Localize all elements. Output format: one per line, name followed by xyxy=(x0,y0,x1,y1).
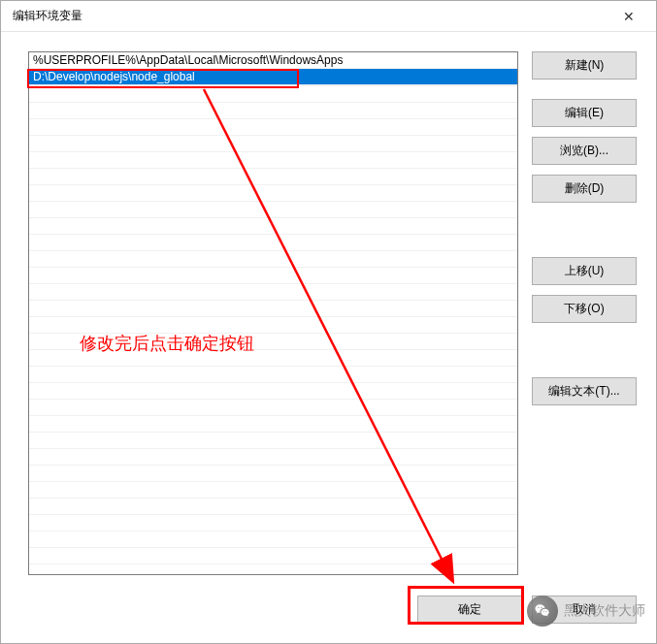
path-listbox[interactable]: %USERPROFILE%\AppData\Local\Microsoft\Wi… xyxy=(28,51,518,575)
ok-button[interactable]: 确定 xyxy=(417,596,522,624)
edit-text-button[interactable]: 编辑文本(T)... xyxy=(532,377,637,405)
list-item[interactable]: D:\Develop\nodejs\node_global xyxy=(29,69,517,85)
close-icon[interactable]: ✕ xyxy=(609,3,648,30)
list-item[interactable]: %USERPROFILE%\AppData\Local\Microsoft\Wi… xyxy=(29,52,517,69)
delete-button[interactable]: 删除(D) xyxy=(532,175,637,203)
edit-button[interactable]: 编辑(E) xyxy=(532,99,637,127)
browse-button[interactable]: 浏览(B)... xyxy=(532,137,637,165)
side-button-column: 新建(N) 编辑(E) 浏览(B)... 删除(D) 上移(U) 下移(O) 编… xyxy=(532,51,637,585)
move-up-button[interactable]: 上移(U) xyxy=(532,257,637,285)
env-var-dialog: 编辑环境变量 ✕ %USERPROFILE%\AppData\Local\Mic… xyxy=(0,0,657,644)
dialog-content: %USERPROFILE%\AppData\Local\Microsoft\Wi… xyxy=(1,32,656,585)
titlebar: 编辑环境变量 ✕ xyxy=(1,1,656,32)
watermark-text: 黑火软件大师 xyxy=(564,602,645,620)
list-grid xyxy=(29,85,517,574)
wechat-icon xyxy=(527,596,558,627)
watermark: 黑火软件大师 xyxy=(527,596,645,627)
move-down-button[interactable]: 下移(O) xyxy=(532,295,637,323)
dialog-title: 编辑环境变量 xyxy=(13,8,82,24)
new-button[interactable]: 新建(N) xyxy=(532,51,637,80)
